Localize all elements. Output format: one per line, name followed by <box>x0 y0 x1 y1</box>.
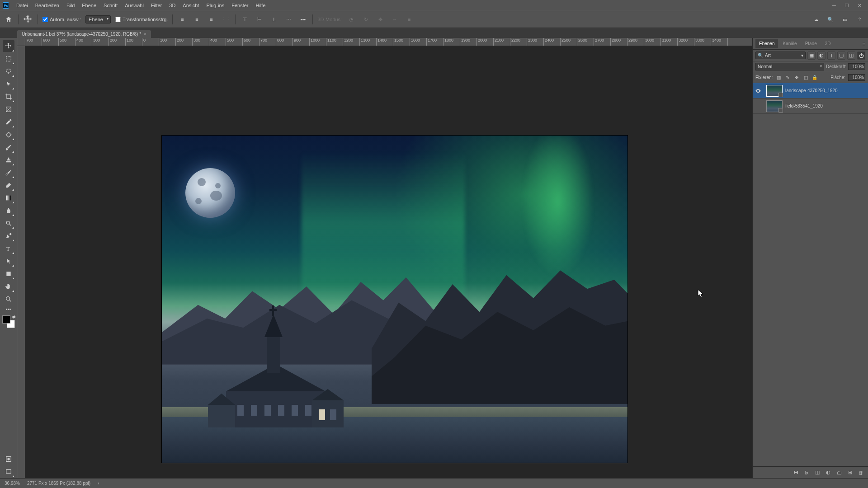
quick-mask-tool[interactable] <box>3 453 14 465</box>
path-select-tool[interactable] <box>3 255 14 267</box>
menu-bearbeiten[interactable]: Bearbeiten <box>32 1 63 10</box>
close-button[interactable]: ✕ <box>856 2 863 9</box>
lasso-tool[interactable] <box>3 66 14 77</box>
shape-tool[interactable] <box>3 268 14 280</box>
align-left-icon[interactable]: ≡ <box>177 14 187 24</box>
menu-hilfe[interactable]: Hilfe <box>252 1 269 10</box>
filter-pixel-icon[interactable]: ▦ <box>807 52 816 60</box>
move-tool[interactable] <box>3 40 14 52</box>
brush-tool[interactable] <box>3 141 14 153</box>
panel-tab-kanäle[interactable]: Kanäle <box>779 39 800 48</box>
menu-auswahl[interactable]: Auswahl <box>121 1 147 10</box>
layer-row[interactable]: field-533541_1920 <box>753 99 868 114</box>
menu-ebene[interactable]: Ebene <box>78 1 100 10</box>
edit-toolbar[interactable]: ••• <box>3 306 14 312</box>
layer-filter-select[interactable]: 🔍 Art▾ <box>755 52 806 59</box>
distribute-h-icon[interactable]: ⋮⋮ <box>221 14 231 24</box>
lock-transparent-icon[interactable]: ▨ <box>775 75 782 81</box>
align-top-icon[interactable]: ⊤ <box>240 14 250 24</box>
new-layer-icon[interactable]: ⊞ <box>846 469 854 476</box>
maximize-button[interactable]: ☐ <box>844 2 850 9</box>
filter-adjust-icon[interactable]: ◐ <box>817 52 826 60</box>
frame-tool[interactable] <box>3 103 14 115</box>
status-expand-icon[interactable]: › <box>98 481 99 486</box>
document-tab[interactable]: Unbenannt-1 bei 37% (landscape-4370250_1… <box>17 30 151 38</box>
filter-smart-icon[interactable]: ◫ <box>847 52 855 60</box>
auto-select-checkbox[interactable]: Autom. ausw.: <box>42 17 81 22</box>
share-icon[interactable]: ⇧ <box>854 14 864 24</box>
filter-toggle[interactable]: ⏻ <box>857 52 865 60</box>
stamp-tool[interactable] <box>3 154 14 166</box>
layer-thumbnail[interactable] <box>766 85 783 97</box>
align-bottom-icon[interactable]: ⊥ <box>269 14 279 24</box>
more-align-icon[interactable]: ••• <box>298 14 308 24</box>
panel-tab-ebenen[interactable]: Ebenen <box>755 39 778 48</box>
swap-colors-icon[interactable]: ⇄ <box>12 314 16 319</box>
panel-menu-icon[interactable]: ≡ <box>863 41 865 47</box>
gradient-tool[interactable] <box>3 192 14 204</box>
home-button[interactable] <box>4 14 14 24</box>
crop-tool[interactable] <box>3 91 14 103</box>
layer-visibility-toggle[interactable] <box>753 88 764 94</box>
lock-position-icon[interactable]: ✥ <box>793 75 800 81</box>
cloud-docs-icon[interactable]: ☁ <box>811 14 821 24</box>
menu-fenster[interactable]: Fenster <box>228 1 252 10</box>
panel-tab-3d[interactable]: 3D <box>821 39 835 48</box>
menu-schrift[interactable]: Schrift <box>100 1 121 10</box>
quick-select-tool[interactable] <box>3 78 14 90</box>
filter-type-icon[interactable]: T <box>827 52 835 60</box>
opacity-input[interactable]: 100% <box>848 63 865 70</box>
auto-select-target[interactable]: Ebene <box>85 15 111 23</box>
hand-tool[interactable] <box>3 281 14 292</box>
vertical-ruler[interactable] <box>17 46 25 478</box>
delete-layer-icon[interactable]: 🗑 <box>857 469 864 476</box>
healing-tool[interactable] <box>3 129 14 141</box>
marquee-tool[interactable] <box>3 53 14 65</box>
eyedropper-tool[interactable] <box>3 116 14 128</box>
zoom-tool[interactable] <box>3 293 14 305</box>
align-center-h-icon[interactable]: ≡ <box>192 14 202 24</box>
pen-tool[interactable] <box>3 230 14 242</box>
menu-bild[interactable]: Bild <box>63 1 78 10</box>
distribute-v-icon[interactable]: ⋯ <box>283 14 293 24</box>
type-tool[interactable]: T <box>3 243 14 254</box>
layer-group-icon[interactable]: 🗀 <box>835 469 843 476</box>
layer-name[interactable]: landscape-4370250_1920 <box>785 88 868 93</box>
menu-3d[interactable]: 3D <box>165 1 179 10</box>
horizontal-ruler[interactable]: 7006005004003002001000100200300400500600… <box>25 38 752 46</box>
menu-filter[interactable]: Filter <box>147 1 165 10</box>
workspace-icon[interactable]: ▭ <box>840 14 850 24</box>
zoom-level[interactable]: 36,98% <box>5 481 20 486</box>
search-icon[interactable]: 🔍 <box>826 14 835 24</box>
canvas-image[interactable] <box>162 136 627 463</box>
lock-artboard-icon[interactable]: ◫ <box>802 75 809 81</box>
screen-mode-tool[interactable] <box>3 466 14 478</box>
menu-datei[interactable]: Datei <box>13 1 32 10</box>
foreground-color[interactable] <box>2 315 10 324</box>
eraser-tool[interactable] <box>3 179 14 191</box>
adjustment-layer-icon[interactable]: ◐ <box>825 469 832 476</box>
layer-row[interactable]: landscape-4370250_1920 <box>753 83 868 99</box>
lock-all-icon[interactable]: 🔒 <box>811 75 818 81</box>
layer-name[interactable]: field-533541_1920 <box>785 103 868 108</box>
ruler-origin[interactable] <box>17 38 25 46</box>
menu-ansicht[interactable]: Ansicht <box>179 1 203 10</box>
layer-mask-icon[interactable]: ◫ <box>814 469 821 476</box>
color-swatches[interactable]: ⇄ <box>2 315 15 328</box>
dodge-tool[interactable] <box>3 217 14 229</box>
canvas-area[interactable]: 7006005004003002001000100200300400500600… <box>17 38 752 478</box>
fill-input[interactable]: 100% <box>848 74 865 81</box>
blur-tool[interactable] <box>3 205 14 216</box>
transform-controls-checkbox[interactable]: Transformationsstrg. <box>115 17 168 22</box>
align-right-icon[interactable]: ≡ <box>206 14 216 24</box>
blend-mode-select[interactable]: Normal <box>755 63 824 70</box>
history-brush-tool[interactable] <box>3 167 14 178</box>
lock-pixels-icon[interactable]: ✎ <box>784 75 791 81</box>
close-tab-icon[interactable]: × <box>144 32 146 37</box>
filter-shape-icon[interactable]: ▢ <box>837 52 845 60</box>
panel-tab-pfade[interactable]: Pfade <box>802 39 821 48</box>
layer-fx-icon[interactable]: fx <box>803 469 810 476</box>
minimize-button[interactable]: ─ <box>831 2 837 9</box>
align-center-v-icon[interactable]: ⊢ <box>255 14 264 24</box>
link-layers-icon[interactable]: ⧓ <box>792 469 799 476</box>
